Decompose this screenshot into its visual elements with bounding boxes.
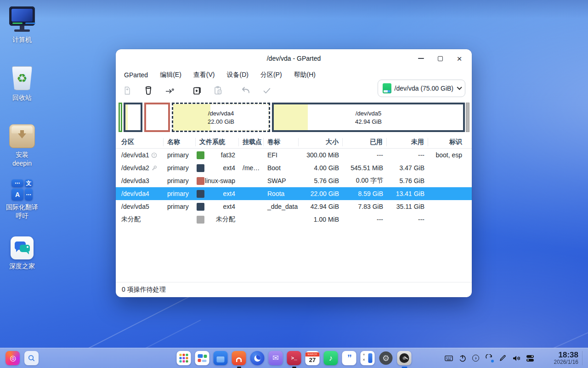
- terminal-icon: >_: [291, 356, 297, 361]
- menu-partition[interactable]: 分区(P): [260, 71, 282, 79]
- desktop-icon-label: 回收站: [12, 94, 32, 101]
- used: 545.51 MiB: [343, 161, 387, 174]
- unused: ---: [387, 213, 428, 226]
- apply-operations-button[interactable]: [260, 84, 274, 98]
- desktop-icon-computer[interactable]: 计算机: [0, 6, 44, 44]
- diskbar-segment-vda4[interactable]: /dev/vda4 22.00 GiB: [172, 103, 270, 132]
- diskbar-segment-vda1[interactable]: [119, 103, 122, 132]
- resize-move-button[interactable]: [163, 84, 176, 98]
- paste-partition-button[interactable]: [211, 84, 225, 98]
- key-icon: [151, 165, 157, 171]
- table-row-unallocated[interactable]: 未分配 未分配 1.00 MiB --- ---: [116, 213, 472, 226]
- translate-icon: ⋯文 A⋯: [11, 179, 33, 201]
- table-row-vda3[interactable]: /dev/vda3 primary linux-swap SWAP 5.76 G…: [116, 174, 472, 187]
- col-used[interactable]: 已用: [343, 138, 387, 146]
- close-button[interactable]: ×: [450, 49, 469, 68]
- menu-device[interactable]: 设备(D): [226, 71, 248, 79]
- update-icon[interactable]: [485, 354, 493, 362]
- taskbar-apps: ✉ >_ MARCH 27 ♪ ” +× ⚙: [177, 351, 412, 365]
- mount-point: [239, 213, 264, 226]
- toggles-icon[interactable]: [526, 355, 534, 362]
- music-button[interactable]: ♪: [324, 351, 338, 365]
- app-store-button[interactable]: [232, 351, 246, 365]
- delete-partition-button[interactable]: [141, 84, 155, 98]
- control-center-button[interactable]: ⚙: [379, 351, 393, 365]
- diskbar-segment-vda5[interactable]: /dev/vda5 42.94 GiB: [272, 103, 465, 132]
- chevron-down-icon: [457, 85, 462, 90]
- table-header: 分区 名称 文件系统 挂载点 卷标 大小 已用 未用 标识: [116, 136, 472, 149]
- maximize-button[interactable]: [430, 49, 450, 68]
- desktop-icon-label: 深度之家: [9, 262, 35, 270]
- table-row-vda2[interactable]: /dev/vda2 primary ext4 /me… Boot 4.00 Gi…: [116, 161, 472, 174]
- multitasking-button[interactable]: [195, 351, 209, 365]
- desktop-icon-label: 呼吁: [6, 212, 38, 220]
- search-button[interactable]: [24, 351, 39, 365]
- terminal-button[interactable]: >_: [287, 351, 301, 365]
- recycle-bin-icon: ♻: [10, 64, 34, 91]
- col-partition[interactable]: 分区: [116, 138, 164, 146]
- voice-notes-button[interactable]: ”: [342, 351, 356, 365]
- titlebar[interactable]: /dev/vda - GParted ×: [116, 49, 472, 68]
- menu-gparted[interactable]: GParted: [124, 71, 148, 79]
- taskbar-clock[interactable]: 18:38 2026/1/16: [554, 351, 582, 366]
- col-label[interactable]: 卷标: [264, 138, 299, 146]
- toolbar: /dev/vda (75.00 GiB): [116, 82, 472, 99]
- gparted-taskbar-button[interactable]: [397, 351, 412, 365]
- menu-edit[interactable]: 编辑(E): [160, 71, 181, 79]
- info-icon: [151, 152, 157, 158]
- window-controls: ×: [411, 49, 469, 68]
- expand-tray-icon[interactable]: ›: [472, 355, 479, 362]
- col-flags[interactable]: 标识: [428, 138, 469, 146]
- flags: [428, 213, 469, 226]
- new-partition-button[interactable]: [120, 84, 134, 98]
- calculator-button[interactable]: +×: [361, 351, 375, 365]
- table-row-vda5[interactable]: /dev/vda5 primary ext4 _dde_data 42.94 G…: [116, 200, 472, 213]
- col-filesystem[interactable]: 文件系统: [196, 138, 239, 146]
- app-grid-button[interactable]: [177, 351, 191, 365]
- calendar-button[interactable]: MARCH 27: [305, 351, 320, 365]
- multitasking-icon: [198, 354, 203, 358]
- fs-name: linux-swap: [205, 177, 235, 184]
- volume-icon[interactable]: [512, 355, 520, 362]
- flags: [428, 161, 469, 174]
- copy-partition-button[interactable]: [190, 84, 204, 98]
- onboard-keyboard-icon[interactable]: [445, 355, 453, 362]
- file-manager-button[interactable]: [214, 351, 228, 365]
- minimize-button[interactable]: [411, 49, 430, 68]
- browser-button[interactable]: [250, 351, 265, 365]
- desktop-icon-deepin-home[interactable]: 深度之家: [0, 236, 44, 270]
- power-icon[interactable]: [459, 355, 466, 362]
- size: 1.00 MiB: [299, 213, 343, 226]
- window-title: /dev/vda - GParted: [267, 55, 321, 62]
- diskbar-segment-vda2[interactable]: [124, 103, 142, 132]
- volume-label: _dde_data: [264, 200, 299, 213]
- menu-help[interactable]: 帮助(H): [294, 71, 316, 79]
- launcher-button[interactable]: ◎: [6, 351, 20, 365]
- col-name[interactable]: 名称: [164, 138, 196, 146]
- computer-icon: [9, 6, 35, 33]
- menu-view[interactable]: 查看(V): [193, 71, 215, 79]
- desktop-icon-label: 计算机: [12, 36, 32, 43]
- fs-name: ext4: [223, 203, 235, 210]
- desktop: 计算机 ♻ 回收站 安装 deepin ⋯文 A⋯ 国际化翻译 呼吁 深度之: [0, 0, 588, 368]
- device-selector[interactable]: /dev/vda (75.00 GiB): [378, 80, 465, 97]
- desktop-icon-install-deepin[interactable]: 安装 deepin: [0, 124, 44, 168]
- col-mountpoint[interactable]: 挂载点: [239, 138, 264, 146]
- diskbar-segment-unallocated[interactable]: [466, 103, 469, 132]
- col-size[interactable]: 大小: [299, 138, 343, 146]
- diskbar-segment-vda3[interactable]: [144, 103, 170, 132]
- calendar-month: MARCH: [305, 352, 320, 356]
- screenshot-pen-icon[interactable]: [499, 355, 506, 362]
- table-row-vda4-selected[interactable]: /dev/vda4 primary ext4 Roota 22.00 GiB 8…: [116, 187, 472, 200]
- desktop-icon-label: deepin: [12, 159, 32, 168]
- desktop-icon-i18n-translate[interactable]: ⋯文 A⋯ 国际化翻译 呼吁: [0, 179, 44, 220]
- mail-icon: ✉: [272, 353, 279, 363]
- partition-type: primary: [164, 200, 196, 213]
- volume-label: Boot: [264, 161, 299, 174]
- undo-operation-button[interactable]: [239, 84, 253, 98]
- table-row-vda1[interactable]: /dev/vda1 primary fat32 EFI 300.00 MiB -…: [116, 149, 472, 161]
- col-unused[interactable]: 未用: [387, 138, 428, 146]
- mail-button[interactable]: ✉: [269, 351, 283, 365]
- desktop-icon-recycle-bin[interactable]: ♻ 回收站: [0, 64, 44, 102]
- size: 300.00 MiB: [299, 149, 343, 161]
